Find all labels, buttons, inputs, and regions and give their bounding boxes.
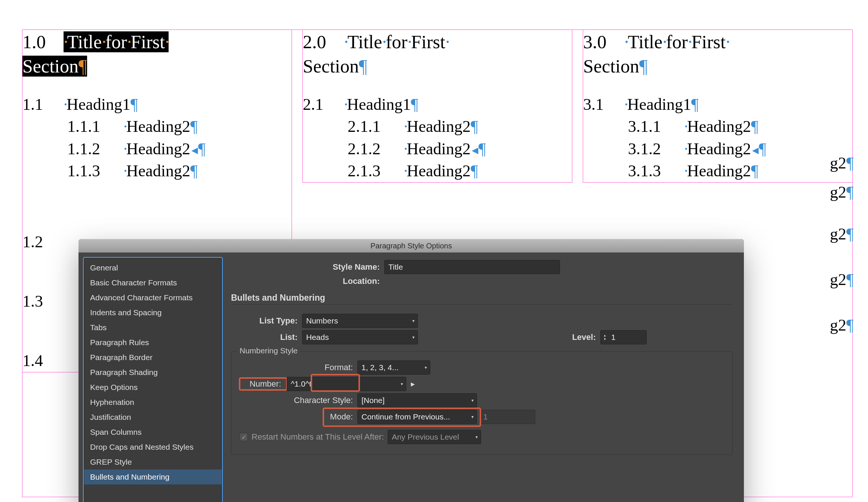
h1-autonumber: 2.1 — [303, 93, 344, 115]
sidebar-item[interactable]: Advanced Character Formats — [84, 290, 222, 305]
sidebar-item[interactable]: Paragraph Shading — [84, 365, 222, 380]
pilcrow-icon: ¶ — [411, 95, 418, 114]
heading2-paragraph[interactable]: 2.1.2∙Heading2◂¶ — [303, 138, 572, 160]
heading2-paragraph[interactable]: 1.1.3∙Heading2¶ — [22, 160, 292, 182]
start-at-input: 1 — [479, 410, 535, 424]
title-paragraph[interactable]: 3.0∙Title∙for∙First∙Section¶ — [583, 30, 852, 78]
h2-autonumber: 1.1.1 — [67, 115, 123, 137]
chevron-down-icon: ▾ — [412, 331, 415, 344]
chevron-down-icon: ▾ — [471, 410, 474, 424]
style-name-label: Style Name: — [231, 262, 384, 272]
sidebar-item[interactable]: Paragraph Rules — [84, 335, 222, 350]
dialog-main-panel: Style Name: Title Location: Bullets and … — [227, 252, 744, 502]
h2-text: Heading2 — [126, 117, 190, 136]
heading1-paragraph[interactable]: 3.1∙Heading1¶ — [583, 93, 852, 115]
sidebar-item[interactable]: Justification — [84, 410, 222, 425]
number-row-highlight: Number: — [240, 378, 287, 390]
h1-autonumber: 1.2 — [22, 231, 64, 253]
restart-numbers-label: Restart Numbers at This Level After: — [252, 432, 384, 442]
pilcrow-icon: ¶ — [359, 56, 367, 77]
peek-text: g2¶ — [830, 311, 854, 340]
heading2-group: 1.1.1∙Heading2¶ 1.1.2∙Heading2◂¶ 1.1.3∙H… — [22, 115, 292, 182]
heading2-paragraph[interactable]: 1.1.1∙Heading2¶ — [22, 115, 292, 137]
section-header: Bullets and Numbering — [231, 293, 733, 303]
text-column-3: 3.0∙Title∙for∙First∙Section¶ 3.1∙Heading… — [583, 30, 852, 182]
sidebar-item[interactable]: Keep Options — [84, 380, 222, 395]
mode-dropdown[interactable]: Continue from Previous...▾ — [357, 410, 477, 424]
options-category-list[interactable]: GeneralBasic Character FormatsAdvanced C… — [84, 258, 222, 502]
checkbox-checked-icon: ✓ — [240, 433, 248, 441]
peek-text: g2¶ — [830, 265, 854, 294]
level-label: Level: — [572, 332, 600, 342]
numbering-style-fieldset: Numbering Style Format: 1, 2, 3, 4...▾ N… — [231, 351, 733, 455]
pilcrow-icon: ¶ — [130, 95, 138, 114]
pilcrow-icon: ¶ — [691, 95, 699, 114]
peek-text: g2¶ — [830, 149, 854, 178]
dialog-titlebar[interactable]: Paragraph Style Options — [79, 239, 744, 252]
sidebar-item[interactable]: Paragraph Border — [84, 350, 222, 365]
character-style-dropdown[interactable]: [None]▾ — [357, 393, 477, 408]
heading2-paragraph[interactable]: 1.1.2∙Heading2◂¶ — [22, 138, 292, 160]
restart-numbers-checkbox[interactable]: ✓ Restart Numbers at This Level After: — [240, 432, 384, 442]
h1-text: Heading1 — [627, 95, 691, 114]
title-paragraph[interactable]: 1.0∙Title∙for∙First∙ Section¶ — [22, 30, 292, 78]
h2-autonumber: 1.1.2 — [67, 138, 123, 160]
level-stepper[interactable]: ▲▼ — [600, 330, 647, 344]
sidebar-item[interactable]: Span Columns — [84, 425, 222, 440]
title-autonumber: 3.0 — [583, 30, 624, 54]
sidebar-item[interactable]: GREP Style — [84, 455, 222, 470]
title-text-line2: Section¶ — [22, 56, 87, 77]
pilcrow-icon: ¶ — [639, 56, 648, 77]
sidebar-item[interactable]: Indents and Spacing — [84, 305, 222, 320]
title-paragraph[interactable]: 2.0∙Title∙for∙First∙Section¶ — [303, 30, 572, 78]
list-type-dropdown[interactable]: Numbers▾ — [302, 314, 418, 328]
new-column-icon: ◂ — [472, 143, 478, 157]
sidebar-item[interactable]: Tabs — [84, 320, 222, 335]
restart-after-dropdown[interactable]: Any Previous Level▾ — [388, 430, 481, 444]
new-column-icon: ◂ — [191, 143, 198, 157]
format-label: Format: — [240, 363, 357, 372]
heading1-paragraph[interactable]: 2.1∙Heading1¶ — [303, 93, 572, 115]
mode-label: Mode: — [240, 412, 357, 422]
heading1-paragraph[interactable]: 1.1∙Heading1¶ — [22, 93, 292, 115]
pilcrow-icon: ¶ — [190, 162, 198, 180]
number-label: Number: — [241, 379, 286, 389]
h1-autonumber: 3.1 — [583, 93, 624, 115]
sidebar-item[interactable]: Bullets and Numbering — [84, 470, 222, 484]
style-name-input[interactable]: Title — [384, 260, 560, 274]
heading2-paragraph[interactable]: 3.1.1∙Heading2¶ — [583, 115, 852, 137]
heading2-paragraph[interactable]: 2.1.1∙Heading2¶ — [303, 115, 572, 137]
heading2-paragraph[interactable]: 3.1.3∙Heading2¶ — [583, 160, 852, 182]
list-dropdown[interactable]: Heads▾ — [302, 330, 418, 344]
level-value-input[interactable] — [609, 333, 646, 342]
heading2-paragraph[interactable]: 2.1.3∙Heading2¶ — [303, 160, 572, 182]
sidebar-item[interactable]: Drop Caps and Nested Styles — [84, 440, 222, 455]
h1-autonumber: 1.4 — [22, 350, 64, 372]
sidebar-item[interactable]: General — [84, 260, 222, 275]
chevron-down-icon: ▾ — [401, 377, 403, 391]
peek-text: g2¶ — [830, 220, 854, 249]
sidebar-item[interactable]: Hyphenation — [84, 395, 222, 410]
h1-autonumber: 1.3 — [22, 290, 64, 312]
heading2-paragraph[interactable]: 3.1.2∙Heading2◂¶ — [583, 138, 852, 160]
paragraph-style-options-dialog: Paragraph Style Options GeneralBasic Cha… — [79, 239, 744, 502]
h2-autonumber: 1.1.3 — [67, 160, 123, 182]
title-text-line1: ∙Title∙for∙First∙ — [64, 31, 169, 52]
new-column-icon: ◂ — [752, 143, 759, 157]
stepper-arrows-icon[interactable]: ▲▼ — [601, 334, 609, 341]
h2-text: Heading2 — [126, 162, 190, 180]
location-label: Location: — [231, 276, 384, 286]
pilcrow-icon: ¶ — [190, 117, 198, 136]
chevron-down-icon: ▾ — [412, 314, 415, 328]
fieldset-title: Numbering Style — [237, 346, 301, 355]
h1-text: Heading1 — [67, 95, 130, 114]
h1-text: Heading1 — [347, 95, 411, 114]
number-input[interactable]: ^1.0^t▾ — [287, 377, 406, 391]
list-label: List: — [231, 332, 302, 342]
flyout-triangle-icon[interactable]: ▶ — [411, 381, 415, 387]
divider — [231, 304, 733, 305]
sidebar-item[interactable]: Basic Character Formats — [84, 275, 222, 290]
format-dropdown[interactable]: 1, 2, 3, 4...▾ — [357, 360, 430, 375]
peek-text: g2¶ — [830, 178, 854, 207]
chevron-down-icon: ▾ — [425, 361, 427, 374]
